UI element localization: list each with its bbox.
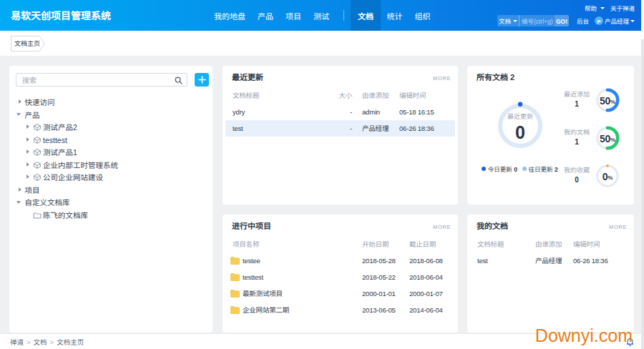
- col-added-by: 由谁添加: [535, 236, 562, 252]
- gauge-my-favorites: 我的收藏 0 0%: [558, 161, 634, 199]
- tree-item-custom-library[interactable]: 自定义文档库: [9, 196, 213, 209]
- legend-label: 往日更新: [529, 164, 553, 173]
- sidebar-search-box: [16, 73, 187, 87]
- nav-doc[interactable]: 文档: [351, 0, 381, 31]
- scrollbar-thumb[interactable]: [641, 39, 644, 349]
- recent-updates-donut: 最近更新 0: [495, 101, 545, 151]
- gauge-percent: 50%: [595, 125, 620, 151]
- breadcrumb-doc-home: 文档主页: [57, 337, 84, 347]
- gauge-my-docs: 我的文档 1 50%: [558, 123, 634, 161]
- all-docs-overview-card: 所有文档 2 最近更新 0 今日更新0 往日更新2 最近添加 1 50%: [467, 66, 634, 205]
- sidebar-search-input[interactable]: [16, 74, 187, 86]
- nav-my-dashboard[interactable]: 我的地盘: [208, 0, 252, 31]
- percent-number: 50: [600, 131, 610, 145]
- search-id-input[interactable]: 编号(ctrl+g): [519, 15, 555, 26]
- add-library-button[interactable]: [195, 73, 209, 87]
- more-link[interactable]: MORE: [433, 74, 451, 82]
- product-cube-icon: [34, 124, 41, 131]
- breadcrumb: 禅道>文档>文档主页: [10, 334, 84, 349]
- caret-right-icon: [26, 174, 29, 179]
- cell-edited-time: 06-26 18:36: [399, 120, 434, 137]
- nav-test[interactable]: 测试: [308, 0, 336, 31]
- tree-label: 项目: [25, 184, 40, 197]
- top-navbar: 易软天创项目管理系统 我的地盘 产品 项目 测试 文档 统计 组织 帮助 关于禅…: [0, 0, 641, 31]
- nav-org[interactable]: 组织: [409, 0, 436, 31]
- cell-project-name[interactable]: testtest: [243, 269, 263, 285]
- nav-product[interactable]: 产品: [252, 0, 280, 31]
- table-row[interactable]: testtest 2018-05-22 2018-06-04: [223, 269, 458, 285]
- cell-doc-title[interactable]: ydry: [233, 104, 245, 120]
- tree-label: 测试产品2: [43, 121, 77, 134]
- col-doc-title: 文档标题: [477, 236, 504, 252]
- tree-label: 测试产品1: [43, 146, 77, 159]
- help-menu[interactable]: 帮助: [585, 4, 605, 12]
- gauge-texts: 我的文档 1: [564, 127, 590, 146]
- go-button[interactable]: GO!: [555, 15, 569, 26]
- donut-value: 0: [495, 118, 545, 144]
- folder-icon: [230, 273, 240, 281]
- search-module-dropdown[interactable]: 文档: [497, 15, 519, 26]
- main-nav: 我的地盘 产品 项目 测试 文档 统计 组织: [208, 0, 437, 31]
- breadcrumb-doc[interactable]: 文档: [34, 337, 47, 347]
- tree-item-product-child[interactable]: 测试产品1: [9, 146, 213, 159]
- recent-updates-table: 文档标题 大小 由谁添加 编辑时间 ydry - admin 05-18 16:…: [223, 87, 458, 137]
- cell-end-date: 2018-06-04: [409, 269, 443, 285]
- scrollbar[interactable]: [641, 0, 644, 349]
- breadcrumb-separator: >: [26, 337, 31, 347]
- search-module-label: 文档: [499, 16, 511, 25]
- table-header-row: 项目名称 开始日期 截止日期: [223, 236, 458, 252]
- header-user-row: 文档 编号(ctrl+g) GO! 后台 P 产品经理: [497, 15, 635, 26]
- cell-size: -: [323, 104, 352, 120]
- caret-down-icon: [16, 201, 21, 204]
- about-zentao-link[interactable]: 关于禅道: [610, 4, 635, 12]
- chevron-down-icon: [513, 20, 517, 22]
- caret-right-icon: [26, 162, 29, 167]
- table-row[interactable]: 最新测试项目 2000-01-01 2000-01-07: [223, 285, 458, 302]
- product-cube-icon: [34, 137, 41, 144]
- tree-item-project[interactable]: 项目: [9, 184, 213, 197]
- cell-project-name[interactable]: testee: [243, 252, 260, 269]
- more-link[interactable]: MORE: [609, 222, 627, 230]
- breadcrumb-zentao[interactable]: 禅道: [10, 337, 24, 347]
- gauge-value: 0: [564, 174, 590, 184]
- tree-item-quick-access[interactable]: 快速访问: [9, 96, 213, 109]
- user-menu[interactable]: P 产品经理: [595, 16, 635, 25]
- table-row[interactable]: ydry - admin 05-18 16:15: [223, 104, 458, 120]
- cell-added-by: 产品经理: [535, 252, 562, 269]
- cell-doc-title[interactable]: test: [477, 252, 488, 269]
- plus-icon: [198, 76, 206, 84]
- folder-icon: [230, 290, 240, 298]
- more-link[interactable]: MORE: [433, 222, 451, 230]
- table-row[interactable]: 企业网站第二期 2013-06-05 2014-06-04: [223, 302, 458, 318]
- tree-item-product-child[interactable]: 企业内部工时管理系统: [9, 159, 213, 172]
- caret-down-icon: [16, 113, 21, 116]
- legend-item-today: 今日更新0: [482, 164, 517, 173]
- table-row[interactable]: test 产品经理 06-26 18:36: [467, 252, 634, 269]
- tree-item-product-child[interactable]: testtest: [9, 134, 213, 147]
- card-title: 最近更新: [232, 72, 263, 82]
- product-cube-icon: [34, 162, 41, 169]
- tree-label: testtest: [43, 134, 67, 147]
- cell-project-name[interactable]: 最新测试项目: [243, 285, 283, 302]
- admin-link[interactable]: 后台: [577, 16, 589, 25]
- cell-project-name[interactable]: 企业网站第二期: [243, 302, 289, 318]
- tree-label: 产品: [25, 109, 40, 122]
- nav-project[interactable]: 项目: [280, 0, 308, 31]
- legend-dot: [482, 167, 486, 171]
- table-row-highlighted[interactable]: test - 产品经理 06-26 18:36: [223, 120, 458, 137]
- table-row[interactable]: testee 2018-05-28 2018-06-08: [223, 252, 458, 269]
- tab-doc-home[interactable]: 文档主页: [11, 36, 45, 51]
- legend-item-past: 往日更新2: [522, 164, 558, 173]
- cell-added-by: admin: [362, 104, 380, 120]
- app-title: 易软天创项目管理系统: [11, 0, 111, 31]
- col-project-name: 项目名称: [233, 236, 259, 252]
- tree-item-product-child[interactable]: 测试产品2: [9, 121, 213, 134]
- tree-item-library-leaf[interactable]: 陈飞的文档库: [9, 209, 213, 222]
- product-cube-icon: [34, 174, 41, 181]
- cell-doc-title[interactable]: test: [233, 120, 243, 137]
- col-doc-title: 文档标题: [233, 87, 259, 104]
- cell-end-date: 2018-06-08: [409, 252, 443, 269]
- tree-item-product-child[interactable]: 公司企业网站建设: [9, 171, 213, 184]
- nav-stats[interactable]: 统计: [381, 0, 409, 31]
- tree-item-product[interactable]: 产品: [9, 109, 213, 122]
